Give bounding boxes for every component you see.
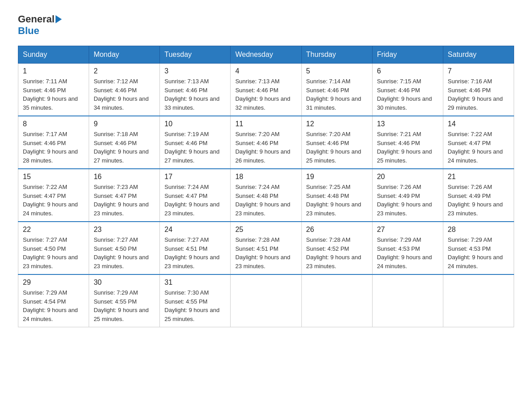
calendar-cell: 30Sunrise: 7:29 AMSunset: 4:55 PMDayligh… <box>89 274 160 327</box>
calendar-cell: 27Sunrise: 7:29 AMSunset: 4:53 PMDayligh… <box>372 222 443 274</box>
logo: General Blue <box>18 13 63 37</box>
day-info: Sunrise: 7:14 AMSunset: 4:46 PMDaylight:… <box>306 77 368 112</box>
calendar-cell: 11Sunrise: 7:20 AMSunset: 4:46 PMDayligh… <box>231 116 301 169</box>
day-info: Sunrise: 7:28 AMSunset: 4:51 PMDaylight:… <box>235 235 296 270</box>
day-number: 28 <box>448 226 509 234</box>
day-number: 5 <box>306 67 368 75</box>
calendar-cell: 21Sunrise: 7:26 AMSunset: 4:49 PMDayligh… <box>443 169 514 222</box>
calendar-cell: 3Sunrise: 7:13 AMSunset: 4:46 PMDaylight… <box>160 64 231 116</box>
calendar-cell: 28Sunrise: 7:29 AMSunset: 4:53 PMDayligh… <box>443 222 514 274</box>
page-header: General Blue <box>18 13 514 37</box>
day-info: Sunrise: 7:26 AMSunset: 4:49 PMDaylight:… <box>377 183 438 218</box>
calendar-cell: 15Sunrise: 7:22 AMSunset: 4:47 PMDayligh… <box>18 169 89 222</box>
day-info: Sunrise: 7:25 AMSunset: 4:48 PMDaylight:… <box>306 183 368 218</box>
calendar-cell: 18Sunrise: 7:24 AMSunset: 4:48 PMDayligh… <box>231 169 301 222</box>
calendar-cell <box>231 274 301 327</box>
day-number: 10 <box>164 120 226 128</box>
day-info: Sunrise: 7:16 AMSunset: 4:46 PMDaylight:… <box>448 77 509 112</box>
calendar-cell: 10Sunrise: 7:19 AMSunset: 4:46 PMDayligh… <box>160 116 231 169</box>
day-info: Sunrise: 7:13 AMSunset: 4:46 PMDaylight:… <box>235 77 296 112</box>
calendar-cell: 1Sunrise: 7:11 AMSunset: 4:46 PMDaylight… <box>18 64 89 116</box>
weekday-header-sunday: Sunday <box>18 46 89 64</box>
weekday-header-friday: Friday <box>372 46 443 64</box>
calendar-cell: 13Sunrise: 7:21 AMSunset: 4:46 PMDayligh… <box>372 116 443 169</box>
day-number: 29 <box>23 278 84 287</box>
day-number: 7 <box>448 67 509 75</box>
calendar-table: SundayMondayTuesdayWednesdayThursdayFrid… <box>18 46 514 327</box>
weekday-header-tuesday: Tuesday <box>160 46 231 64</box>
day-number: 31 <box>164 278 226 287</box>
day-number: 14 <box>448 120 509 128</box>
day-info: Sunrise: 7:22 AMSunset: 4:47 PMDaylight:… <box>23 183 84 218</box>
day-number: 2 <box>94 67 155 75</box>
day-number: 18 <box>235 173 296 181</box>
calendar-cell <box>443 274 514 327</box>
calendar-cell: 9Sunrise: 7:18 AMSunset: 4:46 PMDaylight… <box>89 116 160 169</box>
day-info: Sunrise: 7:23 AMSunset: 4:47 PMDaylight:… <box>94 183 155 218</box>
calendar-cell: 23Sunrise: 7:27 AMSunset: 4:50 PMDayligh… <box>89 222 160 274</box>
day-number: 26 <box>306 226 368 234</box>
day-info: Sunrise: 7:18 AMSunset: 4:46 PMDaylight:… <box>94 130 155 165</box>
day-number: 15 <box>23 173 84 181</box>
calendar-week-row: 22Sunrise: 7:27 AMSunset: 4:50 PMDayligh… <box>18 222 514 274</box>
day-number: 17 <box>164 173 226 181</box>
day-info: Sunrise: 7:13 AMSunset: 4:46 PMDaylight:… <box>164 77 226 112</box>
day-number: 13 <box>377 120 438 128</box>
weekday-header-wednesday: Wednesday <box>231 46 301 64</box>
day-info: Sunrise: 7:19 AMSunset: 4:46 PMDaylight:… <box>164 130 226 165</box>
day-info: Sunrise: 7:12 AMSunset: 4:46 PMDaylight:… <box>94 77 155 112</box>
day-number: 4 <box>235 67 296 75</box>
calendar-week-row: 29Sunrise: 7:29 AMSunset: 4:54 PMDayligh… <box>18 274 514 327</box>
day-number: 6 <box>377 67 438 75</box>
day-info: Sunrise: 7:11 AMSunset: 4:46 PMDaylight:… <box>23 77 84 112</box>
day-number: 8 <box>23 120 84 128</box>
calendar-cell: 17Sunrise: 7:24 AMSunset: 4:47 PMDayligh… <box>160 169 231 222</box>
day-info: Sunrise: 7:21 AMSunset: 4:46 PMDaylight:… <box>377 130 438 165</box>
day-number: 20 <box>377 173 438 181</box>
calendar-cell: 29Sunrise: 7:29 AMSunset: 4:54 PMDayligh… <box>18 274 89 327</box>
day-number: 19 <box>306 173 368 181</box>
calendar-cell: 2Sunrise: 7:12 AMSunset: 4:46 PMDaylight… <box>89 64 160 116</box>
calendar-cell: 22Sunrise: 7:27 AMSunset: 4:50 PMDayligh… <box>18 222 89 274</box>
day-info: Sunrise: 7:29 AMSunset: 4:54 PMDaylight:… <box>23 288 84 323</box>
calendar-week-row: 15Sunrise: 7:22 AMSunset: 4:47 PMDayligh… <box>18 169 514 222</box>
day-info: Sunrise: 7:22 AMSunset: 4:47 PMDaylight:… <box>448 130 509 165</box>
weekday-header-saturday: Saturday <box>443 46 514 64</box>
calendar-cell: 25Sunrise: 7:28 AMSunset: 4:51 PMDayligh… <box>231 222 301 274</box>
calendar-cell <box>301 274 372 327</box>
day-number: 12 <box>306 120 368 128</box>
calendar-cell: 4Sunrise: 7:13 AMSunset: 4:46 PMDaylight… <box>231 64 301 116</box>
day-number: 11 <box>235 120 296 128</box>
day-info: Sunrise: 7:29 AMSunset: 4:55 PMDaylight:… <box>94 288 155 323</box>
day-number: 1 <box>23 67 84 75</box>
calendar-cell: 6Sunrise: 7:15 AMSunset: 4:46 PMDaylight… <box>372 64 443 116</box>
day-number: 27 <box>377 226 438 234</box>
day-info: Sunrise: 7:29 AMSunset: 4:53 PMDaylight:… <box>448 235 509 270</box>
day-number: 25 <box>235 226 296 234</box>
calendar-week-row: 8Sunrise: 7:17 AMSunset: 4:46 PMDaylight… <box>18 116 514 169</box>
calendar-cell: 14Sunrise: 7:22 AMSunset: 4:47 PMDayligh… <box>443 116 514 169</box>
day-info: Sunrise: 7:24 AMSunset: 4:47 PMDaylight:… <box>164 183 226 218</box>
day-info: Sunrise: 7:24 AMSunset: 4:48 PMDaylight:… <box>235 183 296 218</box>
day-info: Sunrise: 7:27 AMSunset: 4:50 PMDaylight:… <box>23 235 84 270</box>
calendar-cell: 24Sunrise: 7:27 AMSunset: 4:51 PMDayligh… <box>160 222 231 274</box>
day-info: Sunrise: 7:17 AMSunset: 4:46 PMDaylight:… <box>23 130 84 165</box>
calendar-cell: 12Sunrise: 7:20 AMSunset: 4:46 PMDayligh… <box>301 116 372 169</box>
day-info: Sunrise: 7:27 AMSunset: 4:51 PMDaylight:… <box>164 235 226 270</box>
logo-blue-text: Blue <box>18 25 39 37</box>
calendar-cell: 19Sunrise: 7:25 AMSunset: 4:48 PMDayligh… <box>301 169 372 222</box>
day-number: 21 <box>448 173 509 181</box>
day-info: Sunrise: 7:26 AMSunset: 4:49 PMDaylight:… <box>448 183 509 218</box>
day-number: 30 <box>94 278 155 287</box>
calendar-cell <box>372 274 443 327</box>
day-info: Sunrise: 7:28 AMSunset: 4:52 PMDaylight:… <box>306 235 368 270</box>
calendar-cell: 20Sunrise: 7:26 AMSunset: 4:49 PMDayligh… <box>372 169 443 222</box>
calendar-cell: 5Sunrise: 7:14 AMSunset: 4:46 PMDaylight… <box>301 64 372 116</box>
day-number: 22 <box>23 226 84 234</box>
day-number: 16 <box>94 173 155 181</box>
logo-triangle-icon <box>56 15 62 23</box>
calendar-cell: 16Sunrise: 7:23 AMSunset: 4:47 PMDayligh… <box>89 169 160 222</box>
weekday-header-row: SundayMondayTuesdayWednesdayThursdayFrid… <box>18 46 514 64</box>
day-info: Sunrise: 7:29 AMSunset: 4:53 PMDaylight:… <box>377 235 438 270</box>
day-number: 3 <box>164 67 226 75</box>
